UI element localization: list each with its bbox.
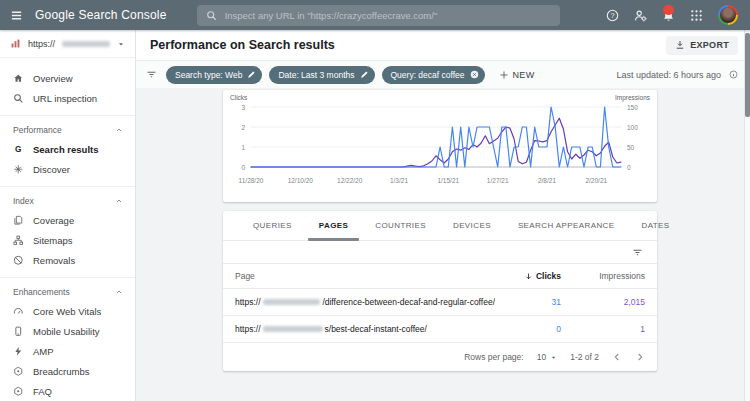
performance-table-card: QUERIESPAGESCOUNTRIESDEVICESSEARCH APPEA…: [223, 211, 657, 371]
redacted-domain: [263, 326, 323, 332]
section-performance[interactable]: Performance: [0, 121, 135, 139]
tab-pages[interactable]: PAGES: [319, 211, 348, 241]
sidebar-item-mobile-usability[interactable]: Mobile Usability: [0, 321, 135, 341]
help-icon[interactable]: ?: [606, 9, 619, 22]
nav-group: OverviewURL inspection: [0, 66, 135, 111]
rich-result-icon: [13, 366, 24, 377]
export-button[interactable]: EXPORT: [666, 36, 738, 55]
page-url-cell[interactable]: https://s/best-decaf-instant-coffee/: [235, 324, 495, 334]
scrollbar-thumb[interactable]: [745, 33, 750, 117]
x-axis-tick: 12/22/20: [337, 177, 363, 184]
filter-chips: Search type: WebDate: Last 3 monthsQuery…: [166, 66, 485, 84]
next-page-icon[interactable]: [635, 352, 645, 362]
sidebar-item-sitemaps[interactable]: Sitemaps: [0, 230, 135, 250]
filter-icon[interactable]: [146, 69, 157, 80]
rows-per-page-label: Rows per page:: [464, 352, 524, 362]
discover-icon: [13, 164, 24, 175]
sidebar-item-discover[interactable]: Discover: [0, 159, 135, 179]
left-axis-tick: 3: [241, 104, 245, 111]
notifications-button[interactable]: [662, 9, 675, 22]
search-input[interactable]: [225, 10, 551, 21]
google-g-icon: G: [13, 144, 24, 155]
left-axis-tick: 2: [241, 124, 245, 131]
edit-icon[interactable]: [247, 70, 256, 79]
property-selector[interactable]: https://: [0, 30, 135, 58]
scrollbar[interactable]: [744, 30, 750, 401]
left-axis-tick: 1: [241, 144, 245, 151]
sidebar-item-coverage[interactable]: Coverage: [0, 210, 135, 230]
sidebar-item-breadcrumbs[interactable]: Breadcrumbs: [0, 361, 135, 381]
sidebar-item-label: URL inspection: [33, 93, 97, 104]
impressions-axis-label: Impressions: [615, 94, 650, 101]
tab-search-appearance[interactable]: SEARCH APPEARANCE: [518, 211, 615, 241]
menu-icon[interactable]: [10, 9, 23, 22]
sidebar-item-removals[interactable]: Removals: [0, 250, 135, 270]
sidebar-item-amp[interactable]: AMP: [0, 341, 135, 361]
x-axis-tick: 1/27/21: [487, 177, 509, 184]
nav-group: EnhancementsCore Web VitalsMobile Usabil…: [0, 277, 135, 401]
avatar[interactable]: [718, 5, 738, 25]
filter-bar: Search type: WebDate: Last 3 monthsQuery…: [136, 60, 750, 88]
filter-chip-search-type[interactable]: Search type: Web: [166, 66, 262, 84]
x-axis-tick: 12/10/20: [288, 177, 314, 184]
clicks-axis-label: Clicks: [230, 94, 247, 101]
sidebar-item-search-results[interactable]: GSearch results: [0, 139, 135, 159]
page-title: Performance on Search results: [150, 38, 666, 52]
col-impressions[interactable]: Impressions: [599, 271, 645, 281]
info-icon[interactable]: [729, 70, 738, 79]
close-icon[interactable]: [470, 70, 479, 79]
page-header: Performance on Search results EXPORT: [136, 30, 750, 60]
new-filter-button[interactable]: NEW: [499, 70, 535, 80]
x-axis-tick: 1/3/21: [390, 177, 408, 184]
table-row[interactable]: https://s/best-decaf-instant-coffee/01: [223, 316, 657, 343]
chip-label: Query: decaf coffee: [391, 70, 465, 80]
sidebar-item-url-inspection[interactable]: URL inspection: [0, 88, 135, 108]
sidebar-item-label: Sitemaps: [33, 235, 73, 246]
sitemaps-icon: [13, 235, 24, 246]
sidebar-item-core-web-vitals[interactable]: Core Web Vitals: [0, 301, 135, 321]
sidebar-nav: OverviewURL inspectionPerformanceGSearch…: [0, 58, 135, 401]
clicks-value: 31: [552, 297, 561, 307]
url-prefix: https://: [235, 324, 261, 334]
main-area: Performance on Search results EXPORT Sea…: [136, 30, 750, 401]
core-web-vitals-icon: [13, 306, 24, 317]
section-label: Index: [13, 196, 34, 206]
search-icon: [13, 93, 24, 104]
table-row[interactable]: https:///difference-between-decaf-and-re…: [223, 289, 657, 316]
table-filter-icon[interactable]: [632, 247, 643, 258]
tab-countries[interactable]: COUNTRIES: [375, 211, 426, 241]
sidebar-item-label: Breadcrumbs: [33, 366, 90, 377]
impressions-value: 1: [640, 324, 645, 334]
performance-chart-card: Clicks Impressions 012305010015011/28/20…: [223, 90, 657, 202]
col-clicks[interactable]: Clicks: [524, 271, 561, 281]
caret-down-icon: [117, 40, 125, 48]
nav-group: PerformanceGSearch resultsDiscover: [0, 115, 135, 182]
tab-dates[interactable]: DATES: [641, 211, 669, 241]
filter-chip-date[interactable]: Date: Last 3 months: [269, 66, 374, 84]
caret-down-icon: [550, 354, 557, 361]
sidebar-item-overview[interactable]: Overview: [0, 68, 135, 88]
edit-icon[interactable]: [360, 70, 369, 79]
tab-queries[interactable]: QUERIES: [253, 211, 292, 241]
x-axis-tick: 2/8/21: [538, 177, 556, 184]
tab-devices[interactable]: DEVICES: [453, 211, 491, 241]
download-icon: [675, 40, 685, 50]
sidebar-item-faq[interactable]: FAQ: [0, 381, 135, 401]
chevron-up-icon: [115, 197, 123, 205]
performance-chart[interactable]: 012305010015011/28/2012/10/2012/22/201/3…: [223, 101, 657, 195]
manage-account-icon[interactable]: [634, 9, 647, 22]
filter-chip-query[interactable]: Query: decaf coffee: [382, 66, 485, 84]
rows-per-page-select[interactable]: 10: [537, 352, 557, 362]
search-icon: [206, 10, 217, 21]
apps-grid-icon[interactable]: [690, 9, 703, 22]
col-clicks-label: Clicks: [536, 271, 561, 281]
clicks-line: [251, 107, 621, 167]
previous-page-icon[interactable]: [612, 352, 622, 362]
export-label: EXPORT: [690, 40, 729, 50]
section-index[interactable]: Index: [0, 192, 135, 210]
property-url: https://: [28, 39, 55, 49]
col-page[interactable]: Page: [235, 271, 495, 281]
url-inspection-searchbox[interactable]: [197, 5, 560, 26]
page-url-cell[interactable]: https:///difference-between-decaf-and-re…: [235, 297, 495, 307]
section-enhancements[interactable]: Enhancements: [0, 283, 135, 301]
